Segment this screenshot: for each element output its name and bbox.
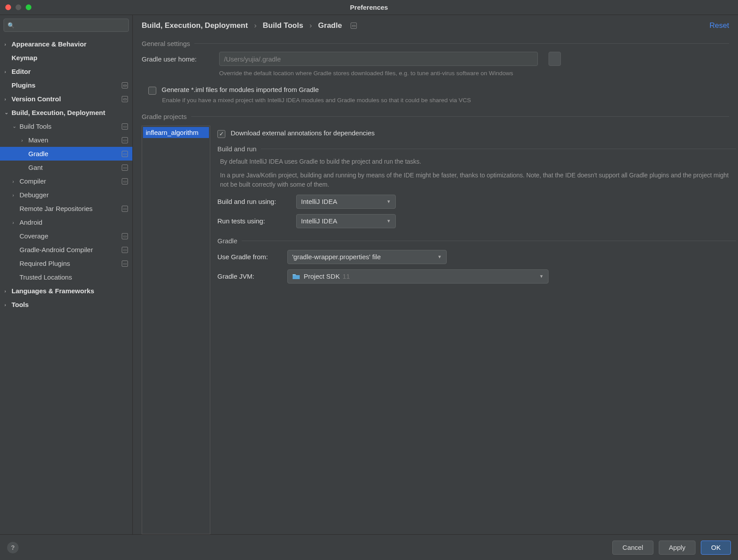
tree-item-plugins[interactable]: Plugins▭ xyxy=(0,78,132,92)
chevron-right-icon[interactable] xyxy=(12,220,19,225)
reset-link[interactable]: Reset xyxy=(710,21,729,30)
tree-item-label: Coverage xyxy=(19,232,122,240)
project-scope-icon: ▭ xyxy=(122,247,128,253)
download-annotations-checkbox[interactable] xyxy=(217,130,225,138)
build-run-description-2: In a pure Java/Kotlin project, building … xyxy=(217,169,736,192)
maximize-window-icon[interactable] xyxy=(26,4,31,10)
project-scope-icon: ▭ xyxy=(122,165,128,171)
tree-item-label: Gradle xyxy=(28,150,122,157)
tree-item-editor[interactable]: Editor xyxy=(0,65,132,78)
tests-using-label: Run tests using: xyxy=(217,217,288,225)
search-input[interactable]: 🔍 xyxy=(4,19,129,32)
project-scope-icon: ▭ xyxy=(122,151,128,157)
tree-item-gant[interactable]: Gant▭ xyxy=(0,161,132,174)
tree-item-compiler[interactable]: Compiler▭ xyxy=(0,174,132,188)
chevron-right-icon[interactable] xyxy=(4,288,12,294)
gradle-project-item[interactable]: inflearn_algorithm xyxy=(143,127,209,138)
breadcrumb: Build, Execution, Deployment › Build Too… xyxy=(133,15,738,36)
build-using-label: Build and run using: xyxy=(217,198,288,205)
tree-item-gradle-android-compiler[interactable]: Gradle-Android Compiler▭ xyxy=(0,243,132,257)
breadcrumb-item[interactable]: Build Tools xyxy=(263,21,303,30)
tree-item-label: Gradle-Android Compiler xyxy=(19,246,122,253)
tree-item-debugger[interactable]: Debugger xyxy=(0,188,132,202)
tree-item-gradle[interactable]: Gradle▭ xyxy=(0,147,132,161)
tests-using-dropdown[interactable]: IntelliJ IDEA ▼ xyxy=(296,214,396,228)
chevron-right-icon[interactable] xyxy=(4,69,12,74)
tree-item-version-control[interactable]: Version Control▭ xyxy=(0,92,132,106)
tree-item-label: Tools xyxy=(12,301,128,308)
chevron-down-icon[interactable] xyxy=(4,110,12,115)
chevron-down-icon: ▼ xyxy=(386,199,391,204)
build-using-dropdown[interactable]: IntelliJ IDEA ▼ xyxy=(296,195,396,209)
tree-item-build-execution-deployment[interactable]: Build, Execution, Deployment xyxy=(0,106,132,119)
project-scope-icon: ▭ xyxy=(122,233,128,239)
project-scope-icon: ▭ xyxy=(122,178,128,184)
use-gradle-from-dropdown[interactable]: 'gradle-wrapper.properties' file ▼ xyxy=(287,250,447,264)
settings-tree: Appearance & BehaviorKeymapEditorPlugins… xyxy=(0,35,132,534)
breadcrumb-item: Gradle xyxy=(318,21,342,30)
ok-button[interactable]: OK xyxy=(701,541,731,555)
tree-item-coverage[interactable]: Coverage▭ xyxy=(0,229,132,243)
gradle-jvm-label: Gradle JVM: xyxy=(217,272,279,280)
tree-item-trusted-locations[interactable]: Trusted Locations xyxy=(0,270,132,284)
project-scope-icon: ▭ xyxy=(351,23,357,29)
generate-iml-label: Generate *.iml files for modules importe… xyxy=(162,86,319,93)
help-button[interactable]: ? xyxy=(7,542,19,553)
chevron-down-icon[interactable] xyxy=(12,123,19,129)
tree-item-remote-jar-repositories[interactable]: Remote Jar Repositories▭ xyxy=(0,202,132,215)
tree-item-languages-frameworks[interactable]: Languages & Frameworks xyxy=(0,284,132,298)
chevron-down-icon: ▼ xyxy=(386,219,391,223)
titlebar: Preferences xyxy=(0,0,738,15)
browse-button[interactable] xyxy=(549,52,561,66)
gradle-home-input[interactable]: /Users/yujia/.gradle xyxy=(219,52,538,66)
generate-iml-checkbox[interactable] xyxy=(148,87,156,95)
chevron-right-icon[interactable] xyxy=(12,192,19,198)
download-annotations-label: Download external annotations for depend… xyxy=(231,129,375,137)
chevron-right-icon: › xyxy=(309,21,312,30)
generate-iml-hint: Enable if you have a mixed project with … xyxy=(133,96,738,109)
gradle-home-label: Gradle user home: xyxy=(142,55,210,63)
minimize-window-icon[interactable] xyxy=(15,4,21,10)
subsection-gradle: Gradle xyxy=(217,231,736,247)
chevron-right-icon: › xyxy=(254,21,257,30)
tree-item-build-tools[interactable]: Build Tools▭ xyxy=(0,119,132,133)
tree-item-label: Build, Execution, Deployment xyxy=(12,109,128,116)
use-gradle-from-label: Use Gradle from: xyxy=(217,253,279,261)
tree-item-label: Trusted Locations xyxy=(19,273,128,281)
chevron-right-icon[interactable] xyxy=(4,302,12,307)
chevron-right-icon[interactable] xyxy=(12,179,19,184)
sidebar: 🔍 Appearance & BehaviorKeymapEditorPlugi… xyxy=(0,15,133,534)
tree-item-label: Build Tools xyxy=(19,123,122,130)
tree-item-label: Plugins xyxy=(12,81,122,89)
project-scope-icon: ▭ xyxy=(122,123,128,130)
project-scope-icon: ▭ xyxy=(122,137,128,143)
section-gradle-projects: Gradle projects xyxy=(133,109,738,122)
chevron-down-icon: ▼ xyxy=(437,254,442,259)
traffic-lights xyxy=(5,4,31,10)
gradle-projects-list[interactable]: inflearn_algorithm xyxy=(142,126,210,534)
tree-item-keymap[interactable]: Keymap xyxy=(0,51,132,65)
tree-item-maven[interactable]: Maven▭ xyxy=(0,133,132,147)
tree-item-label: Editor xyxy=(12,68,128,75)
apply-button[interactable]: Apply xyxy=(659,541,696,555)
subsection-build-and-run: Build and run xyxy=(217,139,736,155)
footer: ? Cancel Apply OK xyxy=(0,534,738,560)
gradle-jvm-dropdown[interactable]: Project SDK 11 ▼ xyxy=(287,269,549,284)
content-panel: Build, Execution, Deployment › Build Too… xyxy=(133,15,738,534)
tree-item-required-plugins[interactable]: Required Plugins▭ xyxy=(0,257,132,270)
cancel-button[interactable]: Cancel xyxy=(612,541,653,555)
chevron-right-icon[interactable] xyxy=(21,138,28,143)
tree-item-label: Languages & Frameworks xyxy=(12,287,128,295)
gradle-home-hint: Override the default location where Grad… xyxy=(133,69,738,82)
project-scope-icon: ▭ xyxy=(122,82,128,88)
breadcrumb-item[interactable]: Build, Execution, Deployment xyxy=(142,21,248,30)
tree-item-appearance-behavior[interactable]: Appearance & Behavior xyxy=(0,37,132,51)
chevron-right-icon[interactable] xyxy=(4,42,12,47)
chevron-right-icon[interactable] xyxy=(4,96,12,102)
tree-item-android[interactable]: Android xyxy=(0,215,132,229)
folder-icon xyxy=(292,273,300,280)
project-scope-icon: ▭ xyxy=(122,206,128,212)
tree-item-tools[interactable]: Tools xyxy=(0,298,132,311)
close-window-icon[interactable] xyxy=(5,4,11,10)
tree-item-label: Appearance & Behavior xyxy=(12,40,128,48)
